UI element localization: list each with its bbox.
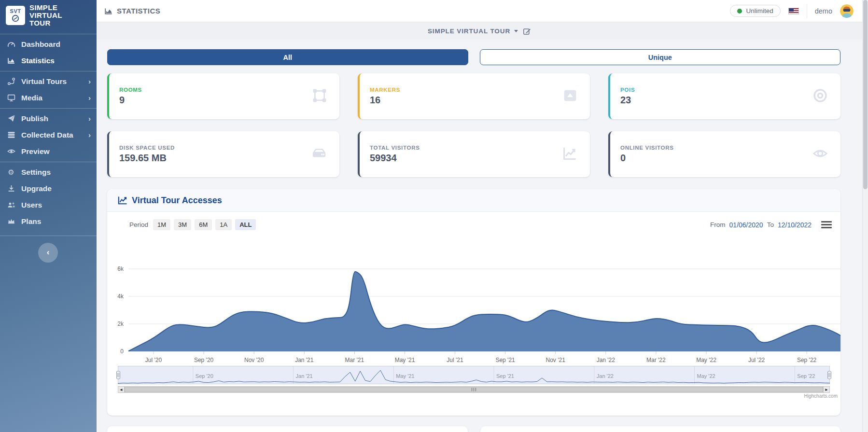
stat-value: 9	[119, 95, 142, 106]
svg-text:Sep '20: Sep '20	[194, 357, 214, 363]
svg-text:Sep '21: Sep '21	[496, 373, 514, 379]
language-flag-us-icon[interactable]	[788, 8, 799, 14]
server-icon	[7, 131, 15, 139]
svg-text:Jan '21: Jan '21	[295, 357, 314, 363]
main-area: STATISTICS Unlimited demo SIMPLE VIRTUAL…	[97, 0, 862, 432]
divider	[0, 71, 97, 71]
stat-card-markers: MARKERS 16	[358, 73, 590, 119]
chevron-left-icon: ‹	[47, 248, 50, 257]
divider	[0, 162, 97, 162]
stat-cards: ROOMS 9 MARKERS 16	[107, 73, 840, 177]
svg-text:Mar '22: Mar '22	[646, 357, 666, 363]
period-label: Period	[129, 221, 148, 228]
stat-card-disk-space: DISK SPACE USED 159.65 MB	[107, 131, 339, 177]
stat-value: 0	[620, 153, 674, 164]
brand-logo-mark: SVT	[6, 6, 25, 25]
stat-label: ONLINE VISITORS	[620, 145, 674, 151]
stat-label: TOTAL VISITORS	[370, 145, 420, 151]
chart-menu-button[interactable]	[821, 221, 832, 228]
all-toggle-button[interactable]: All	[107, 49, 468, 65]
sidebar-item-dashboard[interactable]: Dashboard	[0, 36, 97, 53]
sidebar-item-users[interactable]: Users	[0, 197, 97, 213]
monitor-icon	[7, 94, 15, 102]
page-title-text: STATISTICS	[117, 7, 160, 15]
sidebar-item-upgrade[interactable]: Upgrade	[0, 181, 97, 197]
period-6m-button[interactable]: 6M	[195, 219, 212, 230]
to-date-input[interactable]: 12/10/2022	[778, 221, 812, 229]
divider	[807, 4, 807, 18]
page-scrollbar[interactable]	[862, 0, 868, 432]
app-window: SVT SIMPLE VIRTUAL TOUR Dashboard Statis…	[0, 0, 868, 432]
page-scrollbar-thumb[interactable]	[863, 0, 868, 189]
period-1m-button[interactable]: 1M	[153, 219, 170, 230]
sidebar-item-label: Plans	[21, 217, 41, 226]
period-all-button[interactable]: ALL	[235, 219, 256, 230]
sidebar-collapse-button[interactable]: ‹	[38, 243, 58, 263]
dashboard-icon	[7, 40, 15, 49]
stat-value: 23	[620, 95, 635, 106]
vector-square-icon	[312, 88, 327, 105]
from-date-input[interactable]: 01/06/2020	[729, 221, 763, 229]
eye-icon	[812, 146, 828, 163]
unique-toggle-button[interactable]: Unique	[480, 49, 841, 65]
brand-name: SIMPLE VIRTUAL TOUR	[29, 4, 84, 28]
chart-scrollbar-track[interactable]	[125, 386, 823, 393]
svg-text:Sep '20: Sep '20	[196, 373, 213, 379]
lens-icon	[11, 14, 20, 23]
svg-text:May '22: May '22	[697, 373, 715, 379]
plan-badge-label: Unlimited	[746, 7, 773, 14]
date-range: From 01/06/2020 To 12/10/2022	[710, 221, 832, 229]
top-bar: STATISTICS Unlimited demo	[97, 0, 862, 22]
avatar[interactable]	[840, 4, 854, 18]
stat-label: ROOMS	[119, 87, 142, 93]
sidebar-item-statistics[interactable]: Statistics	[0, 53, 97, 69]
sidebar-item-media[interactable]: Media ›	[0, 90, 97, 106]
chart-scrollbar-thumb[interactable]	[125, 387, 823, 392]
page-title: STATISTICS	[104, 7, 160, 15]
sidebar-item-label: Users	[21, 201, 42, 209]
hard-drive-icon	[311, 146, 327, 163]
tour-selector-dropdown[interactable]: SIMPLE VIRTUAL TOUR	[428, 28, 518, 35]
chevron-right-icon: ›	[88, 94, 91, 102]
svg-text:0: 0	[120, 348, 124, 355]
svg-text:May '21: May '21	[396, 373, 414, 379]
svg-text:Sep '22: Sep '22	[797, 373, 815, 379]
statistics-icon	[7, 56, 15, 65]
sidebar-item-virtual-tours[interactable]: Virtual Tours ›	[0, 73, 97, 90]
highcharts-credit[interactable]: Highcharts.com	[107, 393, 840, 399]
brand-logo[interactable]: SVT SIMPLE VIRTUAL TOUR	[0, 0, 97, 32]
period-1a-button[interactable]: 1A	[215, 219, 232, 230]
bottom-panels	[107, 426, 840, 432]
sidebar-item-label: Collected Data	[21, 131, 73, 139]
svg-text:Nov '21: Nov '21	[546, 357, 566, 363]
svg-text:May '21: May '21	[395, 357, 415, 363]
edit-tour-button[interactable]	[523, 27, 531, 35]
plan-badge[interactable]: Unlimited	[730, 5, 780, 17]
download-icon	[7, 184, 15, 193]
svg-text:Jan '22: Jan '22	[597, 357, 616, 363]
brand-abbr: SVT	[10, 9, 21, 14]
accesses-panel-header: Virtual Tour Accesses	[107, 189, 840, 212]
sidebar-item-label: Settings	[21, 168, 51, 177]
sidebar-item-label: Media	[21, 94, 42, 102]
period-3m-button[interactable]: 3M	[174, 219, 191, 230]
chevron-right-icon: ›	[88, 114, 91, 123]
accesses-chart-plot[interactable]: 02k4k6kJul '20Sep '20Nov '20Jan '21Mar '…	[128, 248, 840, 365]
scroll-right-button[interactable]: ►	[823, 386, 830, 393]
gears-icon: ⚙	[7, 168, 15, 177]
sidebar-item-settings[interactable]: ⚙ Settings	[0, 164, 97, 181]
marker-square-icon	[563, 88, 577, 105]
stat-label: POIS	[620, 87, 635, 93]
sidebar-item-plans[interactable]: Plans	[0, 213, 97, 230]
sidebar-item-preview[interactable]: Preview	[0, 143, 97, 160]
statistics-icon	[104, 7, 113, 15]
sidebar-item-publish[interactable]: Publish ›	[0, 111, 97, 127]
scroll-left-button[interactable]: ◄	[118, 386, 125, 393]
status-dot-icon	[737, 9, 742, 14]
chart-navigator[interactable]: Sep '20Jan '21May '21Sep '21Jan '22May '…	[118, 366, 830, 384]
stat-value: 159.65 MB	[119, 153, 175, 164]
svg-text:Sep '22: Sep '22	[797, 357, 817, 363]
username[interactable]: demo	[815, 7, 832, 15]
sidebar-item-collected-data[interactable]: Collected Data ›	[0, 127, 97, 143]
stat-value: 16	[370, 95, 400, 106]
